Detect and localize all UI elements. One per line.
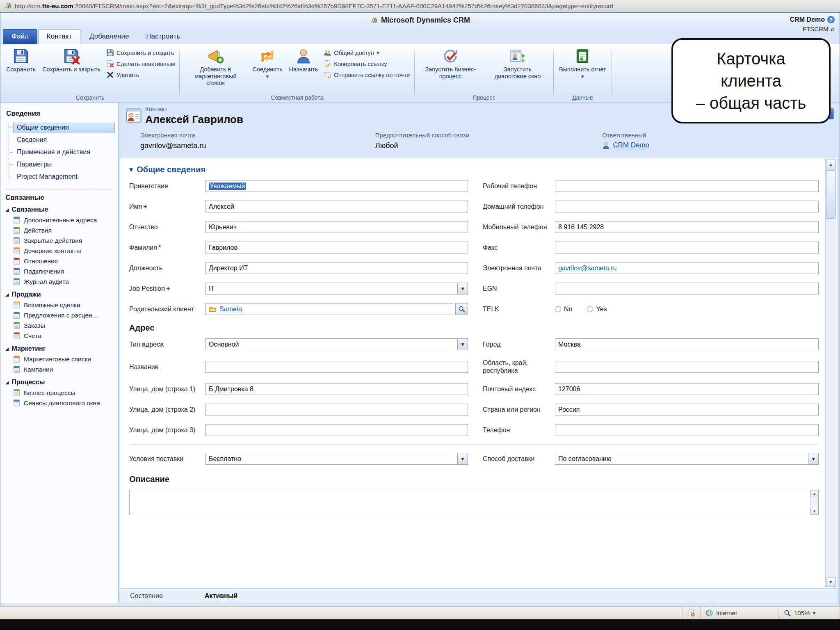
address-type-select[interactable]: Основной ▼ (205, 338, 468, 350)
street1-input[interactable]: Б.Дмитровка 8 (205, 383, 468, 395)
sidebar-item-invoices[interactable]: Счета (5, 331, 115, 341)
scroll-down-icon[interactable]: ▼ (826, 577, 835, 587)
region-input[interactable] (555, 361, 819, 373)
job-title-input[interactable]: Директор ИТ (205, 262, 468, 274)
address-name-input[interactable] (205, 361, 468, 373)
tab-file[interactable]: Файл (3, 29, 37, 44)
sidebar-item-parameters[interactable]: Параметры (13, 159, 115, 170)
expand-icon: ◢ (5, 207, 9, 212)
egn-input[interactable] (555, 283, 819, 294)
postal-code-input[interactable]: 127006 (555, 383, 819, 395)
sidebar-group-related-title[interactable]: ◢ Связанные (5, 204, 115, 215)
email-link-button[interactable]: Отправить ссылку по почте (324, 71, 410, 79)
telk-yes-radio[interactable]: Yes (587, 306, 607, 313)
chevron-down-icon[interactable]: ▼ (813, 611, 815, 615)
sidebar-item-quotes[interactable]: Предложения с расцен… (5, 310, 115, 320)
sidebar-item-opportunities[interactable]: Возможные сделки (5, 300, 115, 310)
share-button[interactable]: Общий доступ ▼ (324, 49, 410, 57)
sidebar-item-workflows[interactable]: Бизнес-процессы (5, 388, 115, 398)
sidebar-item-audit-log[interactable]: Журнал аудита (5, 276, 115, 287)
sidebar-item-relationships[interactable]: Отношения (5, 256, 115, 266)
home-icon[interactable]: ⌂ (831, 25, 835, 33)
tab-add[interactable]: Добавление (81, 30, 137, 44)
address-phone-input[interactable] (555, 424, 819, 436)
copy-link-button[interactable]: Копировать ссылку (324, 60, 410, 68)
telk-no-radio[interactable]: No (555, 306, 572, 313)
assign-button[interactable]: Назначить (287, 46, 321, 74)
sidebar-item-connections[interactable]: Подключения (5, 266, 115, 276)
sidebar-item-closed-activities[interactable]: Закрытые действия (5, 235, 115, 246)
parent-customer-link[interactable]: Sameta (219, 306, 242, 313)
street2-input[interactable] (205, 404, 468, 415)
description-textarea[interactable]: ▲ ▼ (129, 490, 819, 515)
delivery-terms-select[interactable]: Бесплатно ▼ (205, 453, 468, 465)
email-value-link[interactable]: gavrilov@sameta.ru (558, 265, 617, 272)
sidebar-item-sub-contacts[interactable]: Дочерние контакты (5, 246, 115, 256)
save-button[interactable]: Сохранить (4, 46, 38, 74)
mobile-phone-input[interactable]: 8 916 145 2928 (555, 221, 819, 233)
last-name-input[interactable]: Гаврилов (205, 242, 468, 253)
save-and-new-button[interactable]: Сохранить и создать (106, 49, 175, 57)
owner-link[interactable]: CRM Demo (613, 141, 649, 149)
delete-button[interactable]: Удалить (106, 71, 175, 79)
run-report-button[interactable]: Выполнить отчет ▼ (557, 46, 609, 80)
chevron-down-icon[interactable]: ▼ (457, 453, 468, 464)
titlebar: Microsoft Dynamics CRM (0, 13, 840, 29)
delivery-method-select[interactable]: По согласованию ▼ (555, 453, 819, 465)
browser-address-bar[interactable]: http://crm.fts-eu.com:20080/FTSCRM/main.… (0, 0, 840, 12)
middle-name-input[interactable]: Юрьевич (205, 221, 468, 233)
connect-button[interactable]: Соединить ▼ (250, 46, 285, 80)
save-and-close-button[interactable]: Сохранить и закрыть (40, 46, 103, 74)
home-phone-input[interactable] (555, 201, 819, 212)
scroll-up-icon[interactable]: ▲ (810, 490, 818, 497)
deactivate-button[interactable]: Сделать неактивным (106, 60, 175, 68)
scroll-up-icon[interactable]: ▲ (826, 160, 835, 169)
sidebar-item-notes-activities[interactable]: Примечания и действия (13, 146, 115, 158)
job-position-select[interactable]: IT ▼ (205, 283, 468, 294)
form-footer: Состояние Активный (120, 588, 837, 603)
chevron-down-icon[interactable]: ▼ (808, 453, 818, 464)
sidebar-item-marketing-lists[interactable]: Маркетинговые списки (5, 354, 115, 364)
first-name-input[interactable]: Алексей (205, 201, 468, 212)
parent-customer-lookup[interactable]: Sameta (205, 303, 453, 315)
delete-icon (106, 71, 114, 79)
tab-customize[interactable]: Настроить (138, 30, 188, 44)
sidebar-item-general-info[interactable]: Общие сведения (13, 122, 115, 133)
sidebar-item-dialog-sessions[interactable]: Сеансы диалогового окна (5, 398, 115, 408)
chevron-down-icon[interactable]: ▼ (457, 339, 468, 350)
page-alert-indicator (682, 607, 701, 619)
sidebar-item-project-management[interactable]: Project Management (13, 171, 115, 183)
magnifier-icon (783, 609, 791, 617)
scroll-down-icon[interactable]: ▼ (810, 508, 818, 515)
sidebar-item-details[interactable]: Сведения (13, 134, 115, 146)
form-scrollbar[interactable]: ▲ ▼ (825, 159, 836, 587)
start-workflow-button[interactable]: Запустить бизнес-процесс (418, 46, 483, 80)
chevron-down-icon[interactable]: ▼ (457, 283, 468, 294)
email-input[interactable]: gavrilov@sameta.ru (555, 262, 819, 274)
fax-input[interactable] (555, 242, 819, 253)
sidebar-item-orders[interactable]: Заказы (5, 320, 115, 331)
sidebar-group-marketing-title[interactable]: ◢ Маркетинг (5, 343, 115, 354)
sidebar-group-sales-title[interactable]: ◢ Продажи (5, 289, 115, 300)
lookup-button[interactable] (455, 303, 468, 315)
zoom-control[interactable]: 105% ▼ (778, 607, 840, 619)
street3-input[interactable] (205, 424, 468, 436)
sidebar-item-activities[interactable]: Действия (5, 225, 115, 235)
business-phone-input[interactable] (555, 180, 819, 192)
sidebar-item-additional-addresses[interactable]: Дополнительные адреса (5, 215, 115, 225)
start-dialog-button[interactable]: Запустить диалоговое окно (485, 46, 550, 80)
description-scrollbar[interactable]: ▲ ▼ (810, 490, 818, 515)
greeting-input[interactable]: Уважаемый (205, 180, 468, 192)
section-general[interactable]: ▼ Общие сведения (129, 165, 819, 174)
help-icon[interactable]: ? (827, 16, 835, 23)
sidebar-item-campaigns[interactable]: Кампании (5, 364, 115, 374)
tab-contact[interactable]: Контакт (38, 29, 80, 44)
country-input[interactable]: Россия (555, 404, 819, 415)
country-label: Страна или регион (483, 406, 555, 413)
sidebar-group-processes-title[interactable]: ◢ Процессы (5, 377, 115, 388)
add-to-marketing-list-button[interactable]: Добавить в маркетинговый список (183, 46, 248, 87)
scrollbar-thumb[interactable] (826, 170, 835, 219)
postal-code-label: Почтовый индекс (483, 385, 555, 393)
city-input[interactable]: Москва (555, 338, 819, 350)
sidebar-related-header: Связанные (5, 189, 114, 202)
